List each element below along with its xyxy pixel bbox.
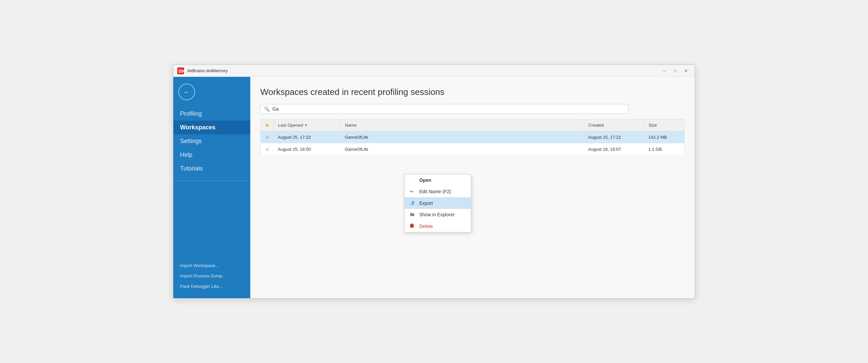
size-cell: 142.2 MB: [645, 131, 685, 143]
sidebar-item-profiling[interactable]: Profiling: [173, 107, 250, 121]
menu-label-export: Export: [419, 201, 433, 206]
menu-item-edit-name[interactable]: ✏ Edit Name (F2): [405, 186, 471, 197]
context-menu: Open ✏ Edit Name (F2) Export: [404, 174, 471, 232]
menu-label-show-in-explorer: Show in Explorer: [419, 212, 455, 217]
star-cell[interactable]: ☆: [261, 143, 274, 156]
menu-item-export[interactable]: Export: [405, 197, 471, 209]
svg-text:DM: DM: [179, 69, 184, 73]
content-area: ← Profiling Workspaces Settings Help Tut…: [173, 77, 695, 298]
title-bar: DM JetBrains dotMemory ─ □ ✕: [173, 65, 695, 77]
window-title: JetBrains dotMemory: [187, 68, 228, 73]
nav-divider: [173, 180, 250, 181]
star-cell[interactable]: ☆: [261, 131, 274, 143]
menu-label-edit-name: Edit Name (F2): [419, 189, 451, 194]
table-row[interactable]: ☆ August 25, 17:22 GameOfLife August 25,…: [261, 131, 685, 143]
created-cell: August 25, 17:22: [584, 131, 645, 143]
col-header-name: Name: [341, 119, 584, 131]
delete-icon: [410, 223, 415, 229]
sort-arrow-icon: ▼: [304, 123, 308, 127]
name-cell: GameOfLife: [341, 143, 584, 156]
sidebar-item-help[interactable]: Help: [173, 148, 250, 162]
col-header-size: Size: [645, 119, 685, 131]
page-title: Workspaces created in recent profiling s…: [260, 87, 685, 97]
back-arrow-icon: ←: [183, 88, 190, 96]
search-bar: 🔍: [260, 104, 628, 114]
close-button[interactable]: ✕: [681, 68, 691, 74]
import-workspace-link[interactable]: Import Workspace...: [173, 260, 250, 271]
back-button[interactable]: ←: [178, 84, 195, 100]
main-content: Workspaces created in recent profiling s…: [250, 77, 695, 298]
col-label-last-opened: Last Opened: [278, 123, 303, 128]
import-process-dump-link[interactable]: Import Process Dump...: [173, 271, 250, 281]
star-header-icon: ★: [265, 122, 269, 128]
table-container: ★ Last Opened ▼ Name Created Size: [260, 119, 685, 288]
col-header-star: ★: [261, 119, 274, 131]
table-row[interactable]: ☆ August 25, 16:50 GameOfLife August 18,…: [261, 143, 685, 156]
sidebar: ← Profiling Workspaces Settings Help Tut…: [173, 77, 250, 298]
size-cell: 1.1 GB: [645, 143, 685, 156]
svg-rect-3: [410, 224, 413, 228]
pack-debugger-libs-link[interactable]: Pack Debugger Libs...: [173, 281, 250, 292]
name-cell: GameOfLife: [341, 131, 584, 143]
workspaces-table: ★ Last Opened ▼ Name Created Size: [260, 119, 685, 156]
menu-label-open: Open: [419, 177, 431, 183]
col-header-last-opened[interactable]: Last Opened ▼: [274, 119, 341, 131]
created-cell: August 18, 18:07: [584, 143, 645, 156]
title-bar-left: DM JetBrains dotMemory: [177, 68, 228, 74]
sidebar-item-workspaces[interactable]: Workspaces: [173, 121, 250, 134]
nav-bottom: Import Workspace... Import Process Dump.…: [173, 260, 250, 298]
nav-items: Profiling Workspaces Settings Help Tutor…: [173, 107, 250, 175]
col-header-created: Created: [584, 119, 645, 131]
folder-icon: [410, 212, 415, 217]
menu-item-show-in-explorer[interactable]: Show in Explorer: [405, 209, 471, 220]
last-opened-cell: August 25, 17:22: [274, 131, 341, 143]
edit-icon: ✏: [410, 189, 415, 194]
search-icon: 🔍: [264, 106, 270, 112]
last-opened-cell: August 25, 16:50: [274, 143, 341, 156]
maximize-button[interactable]: □: [671, 68, 680, 74]
export-icon: [410, 200, 415, 206]
main-window: DM JetBrains dotMemory ─ □ ✕ ← Profiling…: [173, 65, 695, 298]
sidebar-item-settings[interactable]: Settings: [173, 134, 250, 148]
menu-item-open[interactable]: Open: [405, 174, 471, 186]
app-logo-icon: DM: [177, 68, 184, 74]
title-bar-controls: ─ □ ✕: [660, 68, 691, 74]
search-input[interactable]: [272, 106, 625, 112]
menu-item-delete[interactable]: Delete: [405, 220, 471, 232]
menu-label-delete: Delete: [419, 224, 433, 229]
sidebar-item-tutorials[interactable]: Tutorials: [173, 162, 250, 175]
table-header-row: ★ Last Opened ▼ Name Created Size: [261, 119, 685, 131]
minimize-button[interactable]: ─: [660, 68, 669, 74]
